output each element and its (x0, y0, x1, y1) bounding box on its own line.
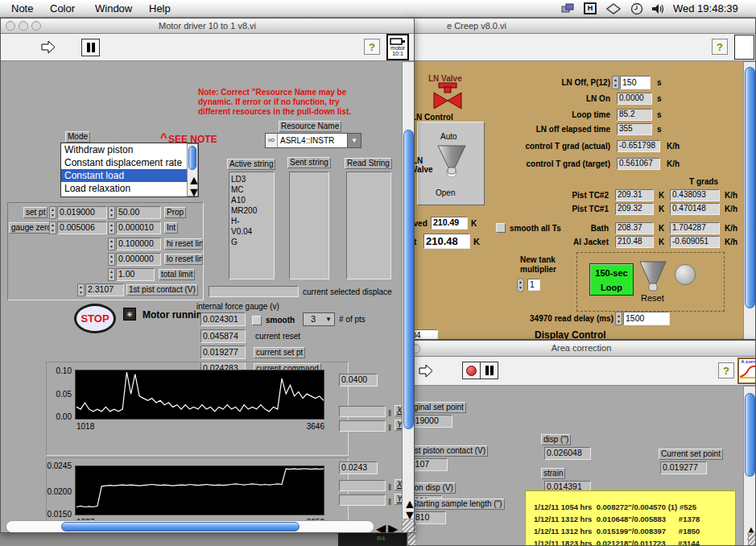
run-arrow-icon[interactable] (419, 364, 434, 378)
area-titlebar[interactable]: Area correction (407, 341, 755, 357)
g2-x-lock-icon[interactable] (388, 479, 391, 494)
hscroll-left-button[interactable] (376, 521, 388, 532)
combo-dropdown-button[interactable] (347, 134, 361, 147)
motor-vi-icon[interactable]: motor10:1 (386, 34, 409, 60)
read-string-box[interactable] (346, 172, 391, 279)
zoom-button[interactable] (31, 21, 41, 31)
g2-y-field[interactable] (339, 494, 386, 506)
area-vscrollbar[interactable] (743, 386, 756, 546)
log-textbox[interactable]: 1/12/11 1054 hrs 0.008272"/0.004570 (1) … (525, 490, 736, 546)
active-string-item[interactable]: V0.04 (229, 226, 274, 237)
resize-grip-right[interactable] (748, 532, 756, 546)
stop-button[interactable]: STOP (74, 304, 116, 333)
ln-valve-knob[interactable] (436, 143, 468, 179)
pause-button[interactable] (480, 362, 498, 379)
mode-scrollbar[interactable] (187, 143, 198, 196)
lo-reset-value[interactable]: 0.000000 (116, 253, 161, 266)
area-vi-icon[interactable]: A corr (737, 358, 756, 384)
mode-listbox[interactable]: Withdraw pistonConstant displacement rat… (60, 143, 199, 197)
g2-x-field[interactable] (339, 480, 386, 491)
g2-y-lock-icon[interactable] (388, 494, 391, 508)
motor-resize-grip[interactable] (402, 519, 415, 533)
menu-note[interactable]: Note (11, 0, 33, 17)
menu-clock-text[interactable]: Wed 19:48:39 (673, 0, 738, 17)
sent-string-box[interactable] (289, 172, 329, 279)
disp-graph-plot[interactable] (75, 465, 324, 515)
ln-off-value[interactable]: 150 (620, 76, 651, 89)
mode-scroll-up[interactable] (188, 173, 197, 185)
menu-help[interactable]: Help (149, 0, 171, 17)
total-limit-spinner[interactable] (108, 268, 115, 281)
g1-x-lock-icon[interactable] (388, 405, 391, 420)
force-graph-plot[interactable] (75, 370, 324, 420)
read-delay-value[interactable]: 1500 (623, 312, 670, 325)
g1-y-field[interactable] (339, 420, 386, 432)
int-value[interactable]: 0.000010 (116, 221, 161, 234)
clock-icon[interactable] (630, 2, 643, 15)
gauge-zero-spinner[interactable] (49, 221, 56, 234)
read-delay-spinner[interactable] (615, 312, 622, 325)
motor-vscrollbar[interactable] (402, 61, 415, 533)
hi-reset-value[interactable]: 0.100000 (116, 238, 161, 250)
contact-spinner[interactable] (77, 283, 85, 296)
pause-button[interactable] (81, 39, 100, 56)
contact-value[interactable]: 2.3107 (85, 283, 124, 296)
current-selected-field[interactable] (209, 286, 299, 297)
int-spinner[interactable] (108, 221, 115, 234)
set-pt-spinner[interactable] (49, 206, 56, 219)
active-string-item[interactable]: G (229, 237, 274, 247)
mode-item[interactable]: Withdraw piston (61, 143, 187, 156)
vscroll-down-button[interactable] (403, 508, 415, 519)
active-string-item[interactable]: MR200 (229, 205, 274, 216)
smooth-checkbox[interactable] (252, 316, 262, 325)
motor-running-led[interactable]: ✳ (123, 308, 136, 321)
vscroll-up-button[interactable] (403, 497, 415, 508)
prop-spinner[interactable] (108, 206, 115, 219)
creep-help-button[interactable]: ? (712, 39, 728, 55)
creep-vi-icon[interactable] (734, 35, 754, 60)
motor-help-button[interactable]: ? (364, 39, 380, 55)
minimize-button[interactable] (19, 21, 28, 31)
menu-color[interactable]: Color (50, 0, 75, 17)
new-tank-value[interactable]: 1 (527, 279, 540, 291)
mode-scroll-down[interactable] (188, 185, 197, 197)
ln-off-spinner[interactable] (612, 76, 619, 89)
menu-window[interactable]: Window (95, 0, 132, 17)
active-string-item[interactable]: MC (229, 184, 274, 195)
creep-vscrollbar[interactable] (743, 61, 756, 340)
smooth-all-checkbox[interactable] (496, 223, 506, 233)
hscroll-right-button[interactable] (388, 521, 400, 532)
active-string-item[interactable]: A10 (229, 195, 274, 205)
close-button[interactable] (6, 21, 15, 31)
airport-icon[interactable] (606, 3, 621, 14)
lo-reset-spinner[interactable] (108, 253, 115, 266)
reset-knob[interactable] (638, 259, 668, 293)
gauge-zero-value[interactable]: 0.005006 (57, 221, 107, 234)
mode-item[interactable]: Load relaxation (61, 182, 187, 195)
mode-item[interactable]: Constant displacement rate (61, 156, 187, 169)
num-pts-dropdown[interactable]: 3 (303, 312, 335, 326)
g1-x-field[interactable] (339, 406, 386, 417)
active-string-item[interactable]: LD3 (229, 174, 274, 184)
loop-150s-button[interactable]: 150-secLoop (589, 263, 634, 296)
resource-name-combo[interactable]: I/O ASRL4::INSTR (265, 133, 361, 148)
loop-led[interactable] (675, 264, 696, 285)
hi-reset-spinner[interactable] (108, 238, 115, 250)
volume-icon[interactable] (651, 2, 666, 15)
set-pt-value[interactable]: 0.019000 (57, 206, 107, 219)
creep-titlebar[interactable]: e Creep v8.0.vi (407, 19, 755, 34)
new-tank-spinner[interactable] (517, 278, 524, 292)
total-limit-value[interactable]: 1.00 (116, 268, 155, 281)
abort-button[interactable] (462, 362, 481, 379)
prop-value[interactable]: 50.00 (116, 206, 161, 219)
active-string-item[interactable]: H- (229, 216, 274, 226)
h-box-icon[interactable]: H (584, 2, 597, 14)
motor-hscrollbar[interactable] (6, 520, 374, 533)
displays-icon[interactable] (561, 3, 574, 14)
run-arrow-icon[interactable] (41, 40, 56, 54)
area-help-button[interactable]: ? (718, 362, 734, 378)
g1-y-lock-icon[interactable] (388, 420, 391, 434)
mode-item[interactable]: Constant load (61, 169, 187, 182)
active-string-list[interactable]: LD3MCA10MR200H-V0.04G (229, 172, 275, 279)
motor-titlebar[interactable]: Motor driver 10 to 1 v8.vi (1, 19, 414, 34)
